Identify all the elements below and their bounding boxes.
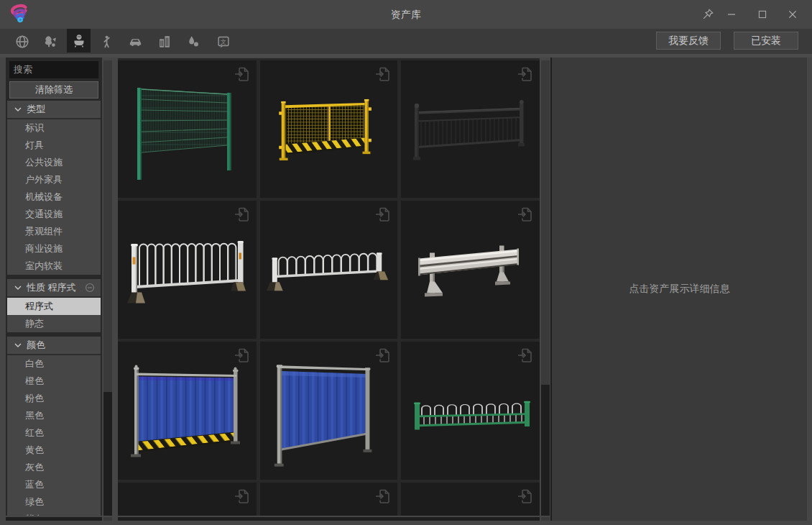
asset-cell-green-wire-mesh-fence[interactable] (118, 60, 257, 198)
toolbar: 文 我要反馈 已安装 (0, 29, 812, 54)
filter-sidebar: 搜索 清除筛选 类型 标识灯具公共设施户外家具机械设备交通设施景观组件商业设施室… (6, 58, 102, 516)
close-icon[interactable] (784, 6, 801, 23)
section-header-type[interactable]: 类型 (7, 101, 101, 119)
window-title: 资产库 (0, 0, 812, 29)
asset-cell-white-u-loop-fence-large[interactable] (118, 201, 257, 339)
minimize-icon[interactable] (723, 6, 740, 23)
filter-item[interactable]: 公共设施 (7, 154, 101, 171)
sign-badge-icon: 文 (216, 34, 231, 50)
furniture-bath-icon (70, 32, 88, 50)
tab-nature[interactable] (38, 30, 62, 52)
tab-vehicles[interactable] (124, 30, 147, 52)
filter-item[interactable]: 户外家具 (7, 171, 101, 188)
asset-cell-green-garden-fence[interactable] (401, 342, 540, 480)
section-title: 类型 (27, 103, 45, 116)
sidebar-hscroll-track[interactable] (6, 517, 102, 521)
installed-button[interactable]: 已安装 (734, 32, 798, 50)
remove-filter-icon[interactable] (85, 283, 95, 295)
search-input[interactable]: 搜索 (9, 61, 98, 78)
export-icon[interactable] (233, 487, 252, 506)
export-icon[interactable] (516, 346, 535, 365)
filter-item[interactable]: 粉色 (7, 390, 101, 407)
filter-item[interactable]: 机械设备 (7, 188, 101, 206)
grid-hscroll-track[interactable] (118, 517, 540, 521)
section-title: 性质 程序式 (27, 281, 76, 294)
detail-panel: 点击资产展示详细信息 (552, 58, 807, 521)
asset-cell-blue-hoarding-hazard[interactable] (118, 342, 257, 480)
export-icon[interactable] (233, 65, 252, 83)
asset-grid (118, 58, 540, 516)
filter-item[interactable]: 黄色 (7, 442, 101, 459)
car-icon (127, 33, 144, 50)
chevron-down-icon (14, 107, 22, 111)
filter-item[interactable]: 白色 (7, 355, 101, 373)
filter-item[interactable]: 紫色 (7, 511, 101, 516)
filter-section-color: 颜色 白色橙色粉色黑色红色黄色灰色蓝色绿色紫色 (7, 337, 101, 516)
grid-scrollbar[interactable] (541, 60, 550, 516)
tab-signs[interactable]: 文 (211, 30, 235, 52)
water-drop-icon (185, 34, 201, 50)
titlebar: 资产库 (0, 0, 812, 29)
filter-item[interactable]: 灯具 (7, 137, 101, 154)
grid-scrollbar-thumb[interactable] (541, 60, 550, 385)
grid-scroll-corner (541, 517, 550, 521)
tab-materials[interactable] (181, 30, 205, 52)
person-icon (99, 34, 115, 50)
filter-item[interactable]: 交通设施 (7, 206, 101, 223)
export-icon[interactable] (374, 205, 392, 224)
tab-people[interactable] (95, 30, 119, 52)
maximize-icon[interactable] (754, 6, 771, 23)
filter-item[interactable]: 灰色 (7, 459, 101, 476)
asset-cell-empty[interactable] (401, 483, 540, 516)
filter-item[interactable]: 商业设施 (7, 240, 101, 257)
tab-buildings[interactable] (152, 30, 176, 52)
asset-cell-white-u-loop-fence-small[interactable] (260, 201, 397, 339)
tree-icon (42, 34, 58, 50)
globe-icon (14, 34, 30, 50)
filter-item[interactable]: 景观组件 (7, 223, 101, 240)
sidebar-scrollbar[interactable] (103, 60, 112, 516)
asset-cell-blue-hoarding-plain[interactable] (260, 342, 397, 480)
building-icon (157, 34, 172, 50)
asset-cell-empty[interactable] (260, 483, 397, 516)
export-icon[interactable] (233, 205, 252, 224)
export-icon[interactable] (374, 346, 392, 365)
filter-item[interactable]: 标识 (7, 119, 101, 137)
feedback-button[interactable]: 我要反馈 (656, 32, 721, 50)
svg-text:文: 文 (220, 38, 226, 45)
export-icon[interactable] (516, 205, 535, 224)
asset-cell-black-railing[interactable] (401, 60, 540, 198)
asset-cell-empty[interactable] (118, 483, 257, 516)
sidebar-scroll-corner (103, 517, 112, 521)
filter-item[interactable]: 红色 (7, 424, 101, 442)
pin-icon[interactable] (699, 6, 716, 23)
filter-item[interactable]: 程序式 (7, 298, 101, 315)
filter-item[interactable]: 蓝色 (7, 476, 101, 493)
section-header-color[interactable]: 颜色 (7, 337, 101, 355)
filter-item[interactable]: 绿色 (7, 493, 101, 511)
tab-globe[interactable] (10, 30, 34, 52)
asset-cell-yellow-construction-barrier[interactable] (260, 60, 397, 198)
export-icon[interactable] (374, 65, 392, 83)
filter-item[interactable]: 橙色 (7, 373, 101, 390)
export-icon[interactable] (233, 346, 252, 365)
chevron-down-icon (14, 286, 22, 290)
sidebar-scrollbar-thumb[interactable] (103, 60, 112, 392)
filter-item[interactable]: 室内软装 (7, 257, 101, 275)
tab-furniture[interactable] (67, 29, 91, 52)
clear-filters-button[interactable]: 清除筛选 (9, 81, 98, 99)
chevron-down-icon (14, 343, 22, 347)
filter-section-nature: 性质 程序式 程序式静态 (7, 279, 101, 332)
export-icon[interactable] (374, 487, 392, 506)
filter-section-type: 类型 标识灯具公共设施户外家具机械设备交通设施景观组件商业设施室内软装 (7, 101, 101, 275)
export-icon[interactable] (516, 487, 535, 506)
section-header-nature[interactable]: 性质 程序式 (7, 279, 101, 298)
detail-panel-placeholder: 点击资产展示详细信息 (629, 283, 730, 296)
filter-item[interactable]: 静态 (7, 315, 101, 332)
filter-item[interactable]: 黑色 (7, 407, 101, 424)
asset-cell-highway-guardrail[interactable] (401, 201, 540, 339)
section-title: 颜色 (27, 339, 45, 352)
export-icon[interactable] (516, 65, 535, 83)
